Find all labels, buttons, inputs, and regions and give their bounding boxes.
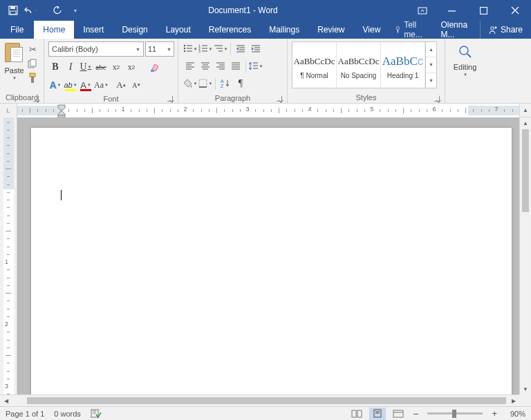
page[interactable]	[31, 128, 512, 406]
maximize-button[interactable]	[467, 0, 499, 21]
tab-layout[interactable]: Layout	[157, 21, 200, 39]
close-button[interactable]	[499, 0, 531, 21]
strikethrough-button[interactable]: abc	[94, 59, 108, 75]
scroll-left-button[interactable]: ◀	[0, 398, 12, 404]
tab-review[interactable]: Review	[308, 21, 353, 39]
share-button[interactable]: Share	[480, 21, 531, 39]
status-bar: Page 1 of 1 0 words − + 90%	[0, 406, 531, 420]
tab-file[interactable]: File	[0, 21, 34, 39]
tell-me-search[interactable]: Tell me...	[389, 21, 434, 39]
svg-rect-67	[352, 410, 356, 417]
zoom-out-button[interactable]: −	[411, 408, 420, 419]
bold-button[interactable]: B	[48, 59, 62, 75]
spell-check-icon[interactable]	[91, 408, 102, 419]
style-normal[interactable]: AaBbCcDc ¶ Normal	[292, 42, 337, 88]
show-paragraph-marks-button[interactable]: ¶	[233, 76, 248, 91]
font-color-button[interactable]: A▼	[79, 77, 93, 93]
shrink-font-button[interactable]: A▾	[129, 77, 143, 93]
print-layout-button[interactable]	[369, 408, 386, 420]
zoom-level[interactable]: 90%	[503, 410, 525, 418]
find-button[interactable]	[458, 44, 473, 61]
save-button[interactable]	[6, 3, 21, 18]
align-center-button[interactable]	[198, 59, 213, 74]
page-count[interactable]: Page 1 of 1	[6, 410, 44, 418]
svg-text:3: 3	[198, 49, 201, 53]
svg-rect-13	[30, 59, 36, 66]
bullets-button[interactable]: ▼	[183, 41, 198, 57]
hruler[interactable]: 1234567	[17, 104, 519, 117]
clipboard-launcher[interactable]	[32, 95, 39, 102]
read-mode-button[interactable]	[348, 408, 365, 420]
horizontal-scrollbar[interactable]: ◀ ▶	[0, 394, 519, 406]
document-area: 123	[0, 117, 531, 406]
grow-font-button[interactable]: A▴	[114, 77, 128, 93]
justify-button[interactable]	[228, 59, 243, 74]
align-right-button[interactable]	[213, 59, 228, 74]
web-layout-button[interactable]	[390, 408, 407, 420]
subscript-button[interactable]: x2	[109, 59, 123, 75]
scroll-up-button[interactable]: ▲	[520, 117, 531, 129]
redo-button[interactable]	[50, 3, 65, 18]
tab-home[interactable]: Home	[34, 21, 74, 39]
user-account[interactable]: Olenna M...	[434, 21, 480, 39]
style-heading-1[interactable]: AaBbCc Heading 1	[381, 42, 425, 88]
style-no-spacing[interactable]: AaBbCcDc No Spacing	[337, 42, 381, 88]
zoom-slider[interactable]	[427, 412, 483, 414]
scroll-right-button[interactable]: ▶	[507, 398, 519, 404]
italic-button[interactable]: I	[64, 59, 77, 75]
document-scroll-area[interactable]	[17, 117, 531, 406]
change-case-button[interactable]: Aa▼	[94, 77, 109, 93]
svg-rect-9	[398, 30, 398, 32]
tab-selector[interactable]: L	[0, 104, 17, 117]
svg-text:1: 1	[198, 44, 201, 48]
tab-view[interactable]: View	[354, 21, 390, 39]
clear-formatting-button[interactable]	[148, 59, 162, 75]
copy-button[interactable]	[26, 57, 39, 70]
paste-button[interactable]: Paste ▼	[4, 41, 24, 80]
style-name-heading1: Heading 1	[387, 72, 419, 79]
paragraph-launcher[interactable]	[275, 95, 283, 102]
zoom-slider-thumb[interactable]	[452, 410, 456, 418]
svg-rect-0	[9, 6, 17, 15]
qat-customize-button[interactable]: ▾	[74, 8, 77, 14]
cut-button[interactable]: ✂	[26, 43, 39, 55]
ruler-toggle-button[interactable]: ▲	[519, 104, 531, 117]
line-spacing-button[interactable]: ▼	[248, 59, 263, 74]
scroll-down-button[interactable]: ▼	[520, 383, 531, 395]
tab-insert[interactable]: Insert	[74, 21, 113, 39]
tab-design[interactable]: Design	[113, 21, 156, 39]
vscroll-thumb[interactable]	[522, 129, 529, 212]
font-size-select[interactable]: 11▼	[145, 41, 174, 57]
vertical-scrollbar[interactable]: ▲ ▼	[519, 117, 531, 395]
shading-button[interactable]: ▼	[183, 76, 198, 91]
format-painter-button[interactable]	[26, 72, 39, 84]
font-family-select[interactable]: Calibri (Body)▼	[48, 41, 144, 57]
minimize-button[interactable]	[436, 0, 467, 21]
borders-button[interactable]: ▼	[198, 76, 213, 91]
svg-line-7	[512, 7, 519, 14]
tab-mailings[interactable]: Mailings	[260, 21, 308, 39]
decrease-indent-button[interactable]	[233, 41, 248, 57]
hscroll-thumb[interactable]	[27, 397, 506, 404]
word-count[interactable]: 0 words	[54, 410, 81, 418]
numbering-button[interactable]: 123▼	[198, 41, 213, 57]
ruler-vertical[interactable]: 123	[0, 117, 17, 406]
ribbon-options-button[interactable]	[409, 0, 436, 21]
multilevel-list-button[interactable]: ▼	[213, 41, 228, 57]
style-name-nospacing: No Spacing	[341, 72, 377, 79]
styles-gallery-more[interactable]: ▲▼▼	[425, 42, 436, 88]
increase-indent-button[interactable]	[248, 41, 263, 57]
svg-rect-1	[10, 6, 15, 9]
tab-references[interactable]: References	[200, 21, 260, 39]
highlight-button[interactable]: ab▼	[64, 77, 77, 93]
svg-rect-69	[374, 410, 381, 417]
superscript-button[interactable]: x2	[124, 59, 138, 75]
zoom-in-button[interactable]: +	[490, 408, 499, 419]
font-launcher[interactable]	[166, 95, 174, 102]
text-effects-button[interactable]: A▼	[48, 77, 62, 93]
sort-button[interactable]: AZ	[218, 76, 233, 91]
undo-button[interactable]: ▼	[24, 3, 39, 18]
underline-button[interactable]: U▼	[79, 59, 93, 75]
styles-launcher[interactable]	[433, 95, 440, 102]
align-left-button[interactable]	[183, 59, 198, 74]
